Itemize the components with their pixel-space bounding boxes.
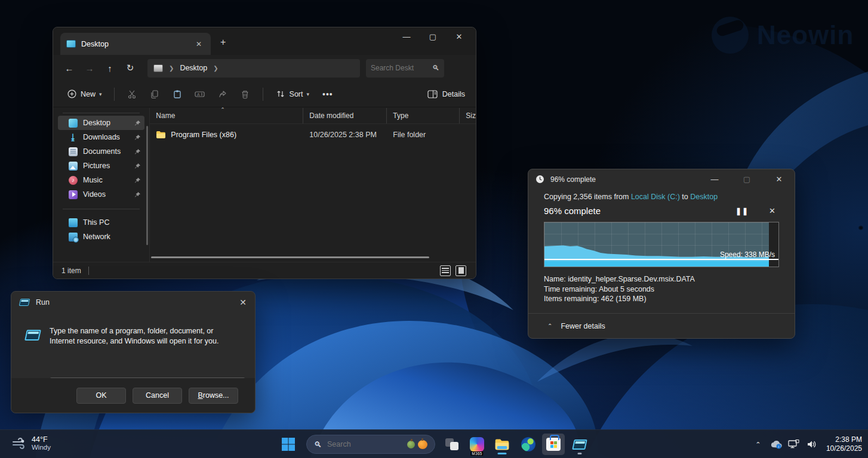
music-icon: ♪ [69,176,78,185]
minimize-button[interactable]: — [701,171,728,188]
column-label: Name [156,112,175,120]
copy-dialog-title-bar: 96% complete — ▢ ✕ [528,169,795,189]
column-header-type[interactable]: Type [387,108,460,123]
file-name-line: Name: identity_helper.Sparse.Dev.msix.DA… [544,274,779,284]
gourd-icon [407,441,415,448]
horizontal-scrollbar[interactable] [151,256,429,258]
volume-icon[interactable] [805,435,819,453]
pause-button[interactable]: ❚❚ [735,207,749,215]
up-button[interactable]: ↑ [100,59,120,77]
videos-icon [69,190,78,199]
sidebar-item-label: Documents [83,147,129,156]
sidebar-item-music[interactable]: ♪ Music [58,173,144,187]
large-icons-view-button[interactable] [455,265,466,276]
rename-icon: A [195,89,205,100]
sidebar-item-network[interactable]: Network [58,230,144,244]
onedrive-icon[interactable]: i [769,435,783,453]
details-pane-button[interactable]: Details [427,89,465,100]
sidebar-item-videos[interactable]: Videos [58,187,144,202]
source-link[interactable]: Local Disk (C:) [631,193,680,201]
sidebar-scrollbar[interactable] [146,126,148,245]
column-header-date-modified[interactable]: Date modified [303,108,387,123]
copy-button[interactable] [144,85,165,103]
sidebar-item-desktop[interactable]: Desktop [58,116,144,130]
task-view-button[interactable] [441,434,463,455]
sidebar-item-documents[interactable]: Documents [58,144,144,159]
explorer-search-input[interactable] [371,64,432,72]
file-explorer-button[interactable] [491,434,513,455]
sidebar-item-label: Pictures [83,162,129,170]
search-icon: 🔍︎ [314,440,322,449]
file-name: Program Files (x86) [171,131,236,139]
close-button[interactable]: ✕ [239,298,247,307]
more-options-button[interactable]: ••• [316,89,339,99]
cancel-button[interactable]: Cancel [133,388,182,404]
browse-button[interactable]: Browse... [189,388,238,404]
ok-button[interactable]: OK [76,388,126,404]
explorer-tab-desktop[interactable]: Desktop ✕ [60,33,211,55]
new-button[interactable]: New ▾ [61,85,107,103]
neowin-logo-text: Neowin [757,20,854,50]
destination-link[interactable]: Desktop [690,193,718,201]
folder-icon [156,131,166,139]
sidebar-item-downloads[interactable]: ⭳ Downloads [58,130,144,144]
new-tab-button[interactable]: + [220,37,226,48]
trash-icon [240,89,251,100]
progress-bar-fill [544,261,769,267]
file-row-program-files-x86[interactable]: Program Files (x86) 10/26/2025 2:38 PM F… [150,126,476,143]
fewer-details-toggle[interactable]: ⌃ Fewer details [528,313,795,338]
sort-ascending-icon: ⌃ [220,107,225,113]
explorer-search-box[interactable]: 🔍︎ [366,59,444,78]
copy-description: Copying 2,356 items from Local Disk (C:)… [544,193,779,201]
run-app-button[interactable] [568,434,591,455]
breadcrumb[interactable]: ❯ Desktop ❯ [147,59,360,78]
sort-button[interactable]: Sort ▾ [270,85,314,103]
paste-button[interactable] [167,85,187,103]
pin-icon [134,177,141,184]
tab-close-icon[interactable]: ✕ [193,39,205,49]
windy-weather-icon [12,437,26,450]
pin-icon [134,148,141,155]
back-button[interactable]: ← [59,59,79,77]
sidebar-item-this-pc[interactable]: This PC [58,215,144,230]
hidden-icons-chevron[interactable]: ⌃ [751,435,765,453]
taskbar-search-input[interactable] [327,440,402,448]
network-icon[interactable] [787,435,801,453]
weather-widget[interactable]: 44°F Windy [7,434,56,453]
forward-button[interactable]: → [79,59,100,77]
file-type: File folder [387,131,460,139]
cancel-copy-button[interactable]: ✕ [769,206,775,215]
m365-copilot-button[interactable]: M365 [466,434,488,455]
column-header-size[interactable]: Siz [460,108,476,123]
maximize-button[interactable]: ▢ [420,27,446,45]
close-button[interactable]: ✕ [446,27,472,45]
start-button[interactable] [277,434,300,455]
column-header-name[interactable]: Name ⌃ [150,108,303,123]
sidebar-item-pictures[interactable]: Pictures [58,159,144,173]
column-headers: Name ⌃ Date modified Type Siz [150,108,476,124]
details-view-button[interactable] [440,265,451,276]
paste-icon [172,89,183,100]
breadcrumb-item-desktop[interactable]: Desktop [180,64,207,72]
downloads-icon: ⭳ [69,133,78,142]
average-speed-line [544,259,778,260]
refresh-button[interactable]: ↻ [120,59,140,77]
sidebar-item-label: Desktop [83,119,129,127]
details-button-label: Details [442,90,465,98]
desktop-tab-icon [66,40,76,48]
share-button[interactable] [213,85,233,103]
minimize-button[interactable]: — [393,27,420,45]
cut-button[interactable] [122,85,142,103]
microsoft-store-button[interactable] [542,434,565,455]
edge-button[interactable] [517,434,540,455]
breadcrumb-chevron-icon: ❯ [213,65,218,72]
clock-widget[interactable]: 2:38 PM 10/26/2025 [823,435,862,453]
cut-icon [127,89,137,100]
taskbar-search-box[interactable]: 🔍︎ [306,435,435,454]
rename-button[interactable]: A [190,85,210,103]
maximize-button[interactable]: ▢ [734,171,760,188]
close-button[interactable]: ✕ [766,171,792,188]
delete-button[interactable] [235,85,256,103]
sidebar-item-label: Videos [83,190,129,199]
m365-badge: M365 [470,451,483,456]
